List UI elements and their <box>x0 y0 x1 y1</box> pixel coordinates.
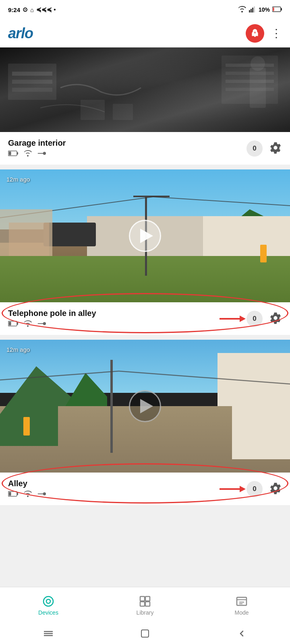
svg-rect-30 <box>17 322 18 325</box>
wifi-icon <box>238 6 246 14</box>
nav-item-devices[interactable]: Devices <box>24 595 72 616</box>
play-button-telephone-pole[interactable] <box>129 220 161 252</box>
header-icons: ⋮ <box>246 24 282 43</box>
svg-rect-15 <box>226 72 274 75</box>
app-header: arlo ⋮ <box>0 19 290 47</box>
status-bar: 9:24 ⊙ ⌂ ≼≼≼ • 10% <box>0 0 290 19</box>
svg-line-37 <box>119 371 290 384</box>
nav-label-devices: Devices <box>38 609 58 616</box>
svg-rect-20 <box>250 68 266 108</box>
svg-rect-10 <box>12 72 52 76</box>
battery-status-icon <box>8 151 19 158</box>
timestamp-telephone-pole: 12m ago <box>6 176 30 183</box>
svg-point-26 <box>43 152 46 155</box>
main-content: Garage interior 0 <box>0 47 290 562</box>
nav-label-library: Library <box>137 609 154 616</box>
home-button[interactable] <box>133 627 157 640</box>
settings-button-garage[interactable] <box>269 141 282 156</box>
svg-rect-2 <box>252 8 253 12</box>
svg-rect-39 <box>17 493 18 495</box>
alert-button[interactable] <box>246 24 264 43</box>
svg-rect-58 <box>141 630 149 637</box>
settings-button-telephone-pole[interactable] <box>269 312 282 326</box>
svg-rect-47 <box>140 597 145 601</box>
svg-line-28 <box>153 197 290 206</box>
camera-thumbnail-telephone-pole[interactable]: 12m ago <box>0 169 290 302</box>
camera-details-garage: Garage interior <box>8 138 246 158</box>
svg-point-46 <box>46 599 50 603</box>
settings-button-alley[interactable] <box>269 482 282 496</box>
svg-marker-44 <box>240 486 246 492</box>
svg-rect-6 <box>273 7 274 11</box>
svg-point-42 <box>43 492 46 495</box>
camera-status-garage <box>8 150 246 158</box>
status-right: 10% <box>238 6 282 14</box>
svg-rect-0 <box>249 10 250 12</box>
status-left: 9:24 ⊙ ⌂ ≼≼≼ • <box>8 6 56 13</box>
svg-rect-24 <box>9 152 11 155</box>
camera-actions-garage: 0 <box>246 140 282 157</box>
time-display: 9:24 <box>8 6 20 13</box>
svg-line-36 <box>0 371 119 380</box>
camera-actions-alley: 0 <box>246 481 282 497</box>
signal-status-icon <box>37 150 46 158</box>
camera-name-garage: Garage interior <box>8 138 246 148</box>
svg-rect-12 <box>12 88 52 92</box>
camera-actions-telephone-pole: 0 <box>246 311 282 327</box>
wifi-status-icon-3 <box>23 491 32 499</box>
svg-rect-31 <box>9 322 11 326</box>
timestamp-alley: 12m ago <box>6 346 30 353</box>
camera-card-garage: Garage interior 0 <box>0 47 290 165</box>
signal-icons: ≼≼≼ • <box>36 6 56 13</box>
wifi-status-icon-2 <box>23 320 32 328</box>
svg-rect-18 <box>81 100 105 120</box>
camera-name-alley: Alley <box>8 479 246 488</box>
battery-icon <box>272 6 282 13</box>
svg-point-45 <box>44 597 53 606</box>
nav-item-library[interactable]: Library <box>121 595 169 616</box>
home-icon: ⌂ <box>30 6 34 13</box>
svg-rect-48 <box>145 597 150 601</box>
svg-rect-1 <box>251 9 252 12</box>
svg-rect-11 <box>12 80 52 84</box>
battery-display: 10% <box>259 6 270 13</box>
camera-card-telephone-pole: 12m ago Telephone pole in alley <box>0 169 290 335</box>
arlo-logo: arlo <box>8 25 33 42</box>
camera-details-telephone-pole: Telephone pole in alley <box>8 309 246 328</box>
svg-rect-17 <box>226 88 274 91</box>
svg-rect-50 <box>145 602 150 606</box>
svg-rect-16 <box>226 80 274 83</box>
svg-rect-5 <box>281 8 282 10</box>
svg-rect-14 <box>226 64 274 67</box>
camera-thumbnail-alley[interactable]: 12m ago <box>0 340 290 473</box>
signal-status-icon-2 <box>37 320 46 328</box>
more-menu-button[interactable]: ⋮ <box>271 27 282 40</box>
play-button-alley[interactable] <box>129 390 161 422</box>
svg-point-21 <box>251 56 265 71</box>
camera-details-alley: Alley <box>8 479 246 499</box>
back-button[interactable] <box>230 627 254 640</box>
notification-count-telephone-pole[interactable]: 0 <box>246 311 263 327</box>
camera-name-telephone-pole: Telephone pole in alley <box>8 309 246 318</box>
nav-item-mode[interactable]: Mode <box>218 595 266 616</box>
svg-rect-40 <box>9 492 11 496</box>
camera-status-alley <box>8 491 246 499</box>
svg-marker-35 <box>240 316 246 322</box>
svg-rect-49 <box>140 602 145 606</box>
svg-rect-19 <box>113 104 133 120</box>
notification-count-garage[interactable]: 0 <box>246 140 263 157</box>
svg-point-33 <box>43 322 46 325</box>
nav-label-mode: Mode <box>234 609 249 616</box>
signal-status-icon-3 <box>37 491 46 499</box>
signal-strength <box>249 6 256 14</box>
camera-info-alley: Alley <box>0 473 290 505</box>
svg-rect-3 <box>254 6 255 12</box>
wifi-status-icon <box>23 150 32 158</box>
camera-thumbnail-garage[interactable] <box>0 47 290 132</box>
camera-card-alley: 12m ago Alley <box>0 340 290 505</box>
bottom-navigation: Devices Library Mode <box>0 587 290 623</box>
camera-info-garage: Garage interior 0 <box>0 132 290 165</box>
svg-rect-9 <box>8 64 56 100</box>
notification-count-alley[interactable]: 0 <box>246 481 263 497</box>
recent-apps-button[interactable] <box>36 627 60 640</box>
